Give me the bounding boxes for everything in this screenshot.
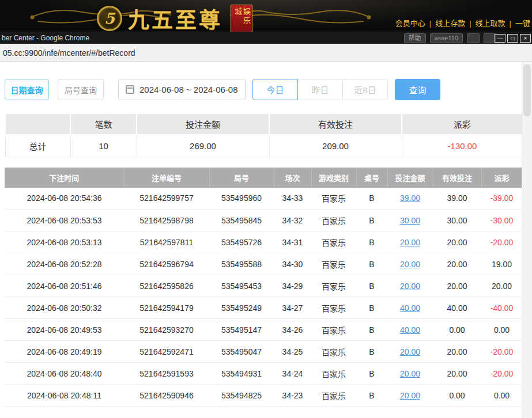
scrollbar-track[interactable]	[522, 62, 532, 418]
table-row: 2024-06-08 20:53:53521642598798535495845…	[5, 210, 522, 231]
maximize-button-icon[interactable]: □	[507, 34, 518, 43]
cell-bet-amount[interactable]: 20.00	[387, 275, 433, 297]
cell-time: 2024-06-08 20:51:46	[5, 275, 124, 297]
cell-session: 34-33	[274, 188, 311, 210]
cell-valid-bet: 20.00	[433, 341, 481, 363]
cell-table-no: B	[356, 231, 387, 253]
casino-logo-title: 九五至尊	[128, 3, 222, 32]
cell-bet-amount[interactable]: 20.00	[387, 385, 433, 406]
table-row: 2024-06-08 20:53:13521642597811535495726…	[5, 231, 522, 253]
cell-payout: -30.00	[481, 210, 522, 231]
cell-bet-amount[interactable]: 40.00	[387, 297, 433, 319]
cell-bet-amount[interactable]: 20.00	[387, 253, 433, 275]
cell-round-id: 535495047	[209, 341, 274, 363]
bet-amount-link[interactable]: 40.00	[400, 325, 420, 335]
scrollbar-thumb[interactable]	[523, 64, 531, 116]
bet-amount-link[interactable]: 30.00	[400, 216, 420, 225]
nav-separator: |	[429, 19, 431, 28]
chrome-titlebar[interactable]: ber Center - Google Chrome 帮助asae110 — □…	[0, 32, 532, 44]
cell-payout: -39.00	[481, 188, 522, 210]
cell-game-type: 百家乐	[311, 385, 356, 406]
bet-amount-link[interactable]: 20.00	[400, 260, 420, 269]
bet-amount-link[interactable]: 40.00	[400, 303, 420, 313]
summary-total-row: 总计 10 269.00 209.00 -130.00	[5, 135, 523, 157]
bet-table-body: 2024-06-08 20:54:36521642599757535495960…	[5, 188, 522, 406]
cell-session: 34-31	[274, 231, 311, 253]
close-button-icon[interactable]: ×	[520, 34, 531, 43]
cell-time: 2024-06-08 20:48:11	[5, 385, 124, 406]
tab-date-query[interactable]: 日期查询	[5, 79, 49, 100]
filter-controls: 日期查询 局号查询 2024-06-08 ~ 2024-06-08 今日 昨日 …	[5, 62, 532, 100]
cell-game-type: 百家乐	[311, 363, 356, 385]
minimize-button-icon[interactable]: —	[495, 34, 505, 43]
cell-payout: 19.00	[481, 253, 522, 275]
cell-bet-amount[interactable]: 40.00	[387, 319, 433, 341]
cell-game-type: 百家乐	[311, 231, 356, 253]
quick-date-group: 今日 昨日 近8日	[252, 79, 388, 100]
cell-session: 34-23	[274, 385, 311, 406]
cell-valid-bet: 0.00	[433, 385, 481, 406]
cell-round-id: 535495249	[209, 297, 274, 319]
table-row: 2024-06-08 20:48:40521642591593535494931…	[5, 363, 522, 385]
cell-game-type: 百家乐	[311, 341, 356, 363]
cell-time: 2024-06-08 20:54:36	[5, 188, 124, 210]
date-range-value: 2024-06-08 ~ 2024-06-08	[139, 85, 238, 94]
search-button[interactable]: 查询	[395, 79, 440, 100]
tab-round-query[interactable]: 局号查询	[58, 79, 104, 100]
calendar-icon	[126, 85, 134, 94]
casino-nav-link[interactable]: 会员中心	[395, 19, 425, 28]
obscured-box: 帮助	[404, 33, 426, 43]
cell-order-id: 521642595826	[124, 275, 209, 297]
cell-bet-amount[interactable]: 39.00	[387, 188, 433, 210]
bet-amount-link[interactable]: 20.00	[400, 347, 420, 356]
cell-time: 2024-06-08 20:50:32	[5, 297, 124, 319]
bet-amount-link[interactable]: 20.00	[400, 238, 420, 247]
casino-nav-link[interactable]: 线上取款	[476, 19, 505, 28]
summary-header-cell	[5, 113, 70, 135]
cell-game-type: 百家乐	[311, 319, 356, 341]
quick-today-button[interactable]: 今日	[252, 79, 298, 100]
nav-separator: |	[510, 19, 511, 28]
bet-amount-link[interactable]: 39.00	[400, 193, 420, 203]
bet-header-cell: 有效投注	[433, 168, 481, 188]
bet-header-cell: 桌号	[356, 168, 387, 188]
bet-header-cell: 下注时间	[5, 168, 124, 188]
quick-8days-button[interactable]: 近8日	[342, 79, 388, 100]
table-row: 2024-06-08 20:51:46521642595826535495453…	[5, 275, 522, 297]
bet-amount-link[interactable]: 20.00	[400, 369, 420, 378]
summary-table: 笔数投注金额有效投注派彩 总计 10 269.00 209.00 -130.00	[5, 113, 523, 157]
cell-valid-bet: 0.00	[433, 319, 481, 341]
cell-valid-bet: 20.00	[433, 275, 481, 297]
cell-bet-amount[interactable]: 30.00	[387, 210, 433, 231]
cell-order-id: 521642597811	[124, 231, 209, 253]
address-bar[interactable]: 05.cc:9900/infe/mcenter/#/betRecord	[0, 44, 532, 62]
cell-bet-amount[interactable]: 20.00	[387, 341, 433, 363]
casino-nav-link[interactable]: 线上存款	[435, 19, 465, 28]
bet-table-header-row: 下注时间注单编号局号场次游戏类别桌号投注金额有效投注派彩	[5, 168, 522, 188]
cell-payout: -20.00	[481, 231, 522, 253]
cell-session: 34-30	[274, 253, 311, 275]
quick-yesterday-button[interactable]: 昨日	[297, 79, 343, 100]
cell-time: 2024-06-08 20:53:53	[5, 210, 124, 231]
url-text: 05.cc:9900/infe/mcenter/#/betRecord	[3, 48, 135, 58]
obscured-box: asae110	[430, 33, 463, 43]
cell-payout: 20.00	[481, 275, 522, 297]
bet-record-table: 下注时间注单编号局号场次游戏类别桌号投注金额有效投注派彩 2024-06-08 …	[5, 168, 522, 407]
cell-round-id: 535495588	[209, 253, 274, 275]
cell-round-id: 535494825	[209, 385, 274, 406]
cell-valid-bet: 20.00	[433, 253, 481, 275]
date-range-picker[interactable]: 2024-06-08 ~ 2024-06-08	[118, 79, 246, 100]
obscured-box	[467, 33, 480, 43]
cell-bet-amount[interactable]: 20.00	[387, 231, 433, 253]
casino-nav-link[interactable]: 一键	[515, 19, 530, 28]
cell-valid-bet: 30.00	[433, 210, 481, 231]
cell-table-no: B	[356, 188, 387, 210]
table-row: 2024-06-08 20:48:11521642590946535494825…	[5, 385, 522, 406]
bet-amount-link[interactable]: 20.00	[400, 282, 420, 291]
bet-amount-link[interactable]: 20.00	[400, 391, 420, 400]
cell-round-id: 535495845	[209, 210, 274, 231]
cell-table-no: B	[356, 297, 387, 319]
cell-bet-amount[interactable]: 20.00	[387, 363, 433, 385]
cell-order-id: 521642591593	[124, 363, 209, 385]
summary-header-cell: 笔数	[70, 113, 137, 135]
